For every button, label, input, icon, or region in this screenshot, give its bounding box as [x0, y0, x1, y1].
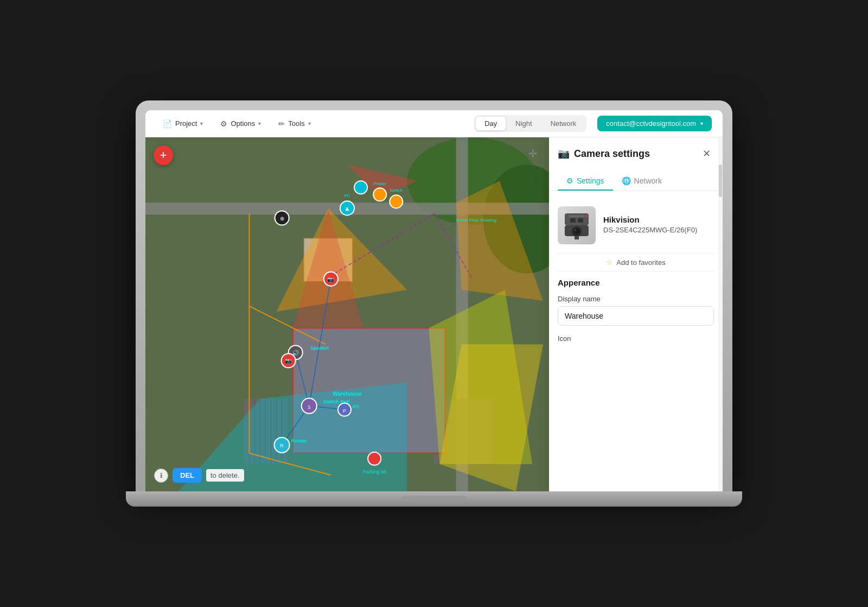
- svg-point-56: [390, 195, 403, 208]
- toolbar: 📄 Project ▾ ⚙ Options ▾ ✏ Tools ▾: [145, 110, 723, 137]
- svg-rect-71: [570, 218, 576, 223]
- tools-chevron: ▾: [308, 121, 311, 127]
- tab-day[interactable]: Day: [476, 117, 506, 130]
- camera-product: Hikvision DS-2SE4C225MWG-E/26(F0): [558, 200, 714, 254]
- svg-text:▲: ▲: [344, 205, 350, 212]
- project-label: Project: [175, 119, 197, 128]
- camera-product-svg: [560, 211, 593, 241]
- svg-point-58: [368, 452, 381, 465]
- network-tab-label: Network: [634, 176, 662, 185]
- close-icon: ✕: [703, 148, 711, 160]
- display-name-label: Display name: [558, 295, 714, 303]
- add-favorites-button[interactable]: ☆ Add to favorites: [558, 254, 714, 271]
- camera-brand: Hikvision: [603, 215, 714, 224]
- appearance-section-title: Apperance: [558, 278, 714, 287]
- svg-text:Router: Router: [291, 438, 308, 444]
- pencil-icon: ✏: [278, 119, 285, 128]
- svg-text:Switch: Switch: [390, 188, 403, 193]
- options-label: Options: [231, 119, 255, 128]
- tools-menu-button[interactable]: ✏ Tools ▾: [272, 116, 317, 131]
- panel-camera-icon: 📷: [558, 148, 570, 160]
- info-icon: ℹ: [160, 472, 163, 479]
- icon-group: Icon: [558, 334, 714, 343]
- camera-info: Hikvision DS-2SE4C225MWG-E/26(F0): [603, 215, 714, 235]
- add-button[interactable]: +: [154, 146, 173, 165]
- display-name-group: Display name: [558, 295, 714, 326]
- view-tabs: Day Night Network: [474, 115, 586, 132]
- display-name-input[interactable]: [558, 306, 714, 326]
- camera-model: DS-2SE4C225MWG-E/26(F0): [603, 225, 714, 235]
- svg-text:📷: 📷: [285, 357, 292, 364]
- settings-tab-icon: ⚙: [566, 176, 573, 185]
- tab-settings[interactable]: ⚙ Settings: [558, 172, 613, 191]
- svg-point-69: [575, 229, 577, 231]
- svg-rect-72: [578, 218, 583, 223]
- tab-network[interactable]: 🌐 Network: [613, 172, 671, 191]
- settings-tab-label: Settings: [577, 176, 604, 185]
- map-area[interactable]: ▲ ⊕ 📷 🔊 Speaker: [145, 137, 549, 491]
- gear-icon: ⚙: [220, 119, 227, 128]
- project-menu-button[interactable]: 📄 Project ▾: [156, 116, 209, 131]
- favorites-label: Add to favorites: [616, 258, 665, 267]
- svg-text:Warehouse: Warehouse: [333, 391, 362, 397]
- delete-hint: to delete.: [206, 469, 244, 482]
- svg-text:📷: 📷: [327, 276, 334, 283]
- panel-scrollbar[interactable]: [718, 137, 723, 491]
- svg-text:P: P: [343, 408, 346, 414]
- delete-button[interactable]: DEL: [173, 468, 202, 483]
- svg-point-55: [373, 188, 386, 201]
- tab-network[interactable]: Network: [542, 117, 585, 130]
- main-content: ▲ ⊕ 📷 🔊 Speaker: [145, 137, 723, 491]
- svg-text:Printer: Printer: [373, 181, 386, 186]
- map-svg: ▲ ⊕ 📷 🔊 Speaker: [145, 137, 549, 491]
- bottom-bar: ℹ DEL to delete.: [154, 468, 244, 483]
- document-icon: 📄: [163, 119, 172, 128]
- svg-rect-73: [575, 236, 579, 239]
- svg-text:⊕: ⊕: [280, 216, 284, 222]
- camera-image: [558, 206, 596, 244]
- options-chevron: ▾: [258, 121, 261, 127]
- info-button[interactable]: ℹ: [154, 469, 168, 483]
- svg-point-74: [585, 215, 588, 217]
- camera-settings-panel: 📷 Camera settings ✕ ⚙ Settings: [549, 137, 723, 491]
- panel-body: Hikvision DS-2SE4C225MWG-E/26(F0) ☆ Add …: [549, 191, 723, 491]
- svg-text:Speaker: Speaker: [310, 345, 330, 351]
- svg-text:Parking lot: Parking lot: [363, 469, 386, 475]
- options-menu-button[interactable]: ⚙ Options ▾: [214, 116, 267, 131]
- svg-text:Active Plate Reading: Active Plate Reading: [456, 218, 496, 223]
- panel-scrollbar-thumb: [719, 165, 722, 197]
- user-chevron: ▾: [700, 121, 703, 127]
- svg-point-57: [354, 181, 367, 194]
- svg-text:PC: PC: [353, 404, 360, 409]
- project-chevron: ▾: [200, 121, 203, 127]
- network-tab-icon: 🌐: [622, 176, 631, 185]
- svg-text:R: R: [280, 443, 284, 448]
- user-account-button[interactable]: contact@cctvdesigntool.com ▾: [597, 116, 712, 131]
- tab-night[interactable]: Night: [507, 117, 540, 130]
- move-cursor-icon: ✛: [525, 146, 541, 162]
- panel-close-button[interactable]: ✕: [699, 146, 714, 161]
- tools-label: Tools: [288, 119, 304, 128]
- panel-header: 📷 Camera settings ✕: [549, 137, 723, 161]
- icon-label: Icon: [558, 334, 714, 343]
- panel-tabs: ⚙ Settings 🌐 Network: [549, 166, 723, 191]
- svg-rect-70: [569, 215, 585, 217]
- panel-title: Camera settings: [574, 148, 694, 160]
- star-icon: ☆: [606, 258, 613, 267]
- svg-text:S: S: [308, 404, 311, 410]
- user-email: contact@cctvdesigntool.com: [606, 119, 696, 128]
- svg-text:PC: PC: [344, 193, 350, 198]
